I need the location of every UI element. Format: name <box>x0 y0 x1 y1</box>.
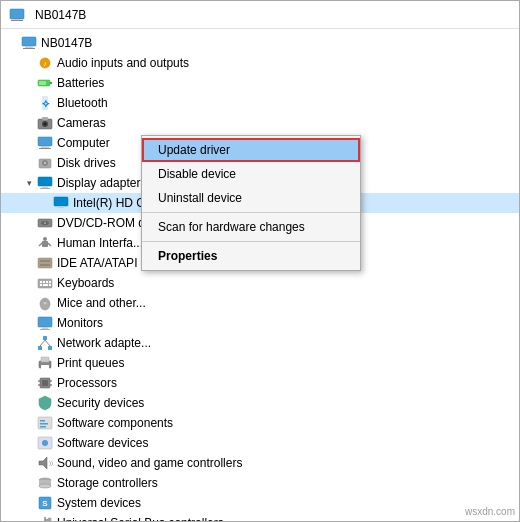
ide-icon <box>37 255 53 271</box>
svg-text:)): )) <box>49 460 53 466</box>
svg-rect-53 <box>38 346 42 350</box>
monitor-icon <box>37 315 53 331</box>
expand-icon-bluetooth <box>21 95 37 111</box>
expand-icon-disk <box>21 155 37 171</box>
usb-icon <box>37 515 53 521</box>
context-menu-item-update[interactable]: Update driver <box>142 138 360 162</box>
expand-icon-dvd <box>21 215 37 231</box>
expand-icon-network <box>21 335 37 351</box>
svg-rect-37 <box>40 264 50 266</box>
svg-rect-3 <box>22 37 36 46</box>
window-title: NB0147B <box>35 8 86 22</box>
context-menu: Update driverDisable deviceUninstall dev… <box>141 135 361 271</box>
computer2-icon <box>37 135 53 151</box>
tree-item-label-processors: Processors <box>57 376 117 390</box>
network-icon <box>37 335 53 351</box>
svg-rect-61 <box>42 380 48 386</box>
svg-rect-32 <box>42 241 48 247</box>
keyboard-icon <box>37 275 53 291</box>
svg-rect-44 <box>43 284 48 286</box>
context-menu-item-scan[interactable]: Scan for hardware changes <box>142 215 360 239</box>
svg-rect-2 <box>11 20 23 21</box>
context-menu-item-disable[interactable]: Disable device <box>142 162 360 186</box>
svg-rect-51 <box>40 329 50 330</box>
expand-icon-ide <box>21 255 37 271</box>
tree-item-system[interactable]: SSystem devices <box>1 493 519 513</box>
svg-rect-26 <box>54 197 68 206</box>
tree-item-storage[interactable]: Storage controllers <box>1 473 519 493</box>
context-menu-separator <box>142 212 360 213</box>
storage-icon <box>37 475 53 491</box>
tree-item-label-display: Display adapters <box>57 176 146 190</box>
tree-item-label-nb0147b: NB0147B <box>41 36 92 50</box>
tree-item-batteries[interactable]: Batteries <box>1 73 519 93</box>
print-icon <box>37 355 53 371</box>
tree-item-print[interactable]: Print queues <box>1 353 519 373</box>
tree-item-audio[interactable]: ♪Audio inputs and outputs <box>1 53 519 73</box>
tree-item-label-cameras: Cameras <box>57 116 106 130</box>
svg-rect-52 <box>43 336 47 340</box>
svg-rect-50 <box>42 327 48 329</box>
software-icon <box>37 415 53 431</box>
expand-icon-display[interactable]: ▾ <box>21 175 37 191</box>
tree-item-monitors[interactable]: Monitors <box>1 313 519 333</box>
cpu-icon <box>37 375 53 391</box>
expand-icon-monitors <box>21 315 37 331</box>
expand-icon-audio <box>21 55 37 71</box>
svg-rect-59 <box>41 365 49 370</box>
tree-item-label-sound: Sound, video and game controllers <box>57 456 242 470</box>
tree-item-network[interactable]: Network adapte... <box>1 333 519 353</box>
svg-rect-49 <box>38 317 52 327</box>
tree-item-label-batteries: Batteries <box>57 76 104 90</box>
expand-icon-cameras <box>21 115 37 131</box>
context-menu-item-properties[interactable]: Properties <box>142 244 360 268</box>
camera-icon <box>37 115 53 131</box>
tree-item-label-audio: Audio inputs and outputs <box>57 56 189 70</box>
tree-item-label-computer: Computer <box>57 136 110 150</box>
tree-item-label-mice: Mice and other... <box>57 296 146 310</box>
tree-item-keyboards[interactable]: Keyboards <box>1 273 519 293</box>
svg-line-56 <box>45 340 50 346</box>
tree-item-software-dev[interactable]: Software devices <box>1 433 519 453</box>
svg-rect-82 <box>48 518 51 521</box>
tree-item-label-keyboards: Keyboards <box>57 276 114 290</box>
expand-icon-batteries <box>21 75 37 91</box>
tree-item-software-comp[interactable]: Software components <box>1 413 519 433</box>
tree-item-bluetooth[interactable]: ⟡Bluetooth <box>1 93 519 113</box>
svg-point-22 <box>44 162 46 164</box>
expand-icon-keyboards <box>21 275 37 291</box>
tree-item-sound[interactable]: ))Sound, video and game controllers <box>1 453 519 473</box>
context-menu-item-uninstall[interactable]: Uninstall device <box>142 186 360 210</box>
tree-item-mice[interactable]: Mice and other... <box>1 293 519 313</box>
svg-rect-24 <box>42 186 48 188</box>
tree-item-cameras[interactable]: Cameras <box>1 113 519 133</box>
svg-line-33 <box>39 243 42 246</box>
svg-rect-35 <box>38 258 52 268</box>
tree-item-label-human: Human Interfa... <box>57 236 143 250</box>
svg-point-30 <box>44 222 46 224</box>
context-menu-separator <box>142 241 360 242</box>
tree-item-label-storage: Storage controllers <box>57 476 158 490</box>
svg-rect-42 <box>49 281 51 283</box>
svg-point-48 <box>44 302 47 305</box>
svg-point-15 <box>44 123 47 126</box>
tree-item-usb[interactable]: Universal Serial Bus controllers <box>1 513 519 521</box>
tree-item-processors[interactable]: Processors <box>1 373 519 393</box>
expand-icon-processors <box>21 375 37 391</box>
expand-icon-software-dev <box>21 435 37 451</box>
svg-rect-27 <box>58 206 64 208</box>
svg-rect-18 <box>41 146 49 148</box>
device-tree: NB0147B♪Audio inputs and outputsBatterie… <box>1 29 519 521</box>
human-icon <box>37 235 53 251</box>
dvd-icon <box>37 215 53 231</box>
expand-icon-sound <box>21 455 37 471</box>
sound-icon: )) <box>37 455 53 471</box>
svg-rect-41 <box>46 281 48 283</box>
security-icon <box>37 395 53 411</box>
svg-rect-10 <box>39 81 46 85</box>
svg-rect-43 <box>40 284 42 286</box>
tree-item-label-disk: Disk drives <box>57 156 116 170</box>
svg-line-34 <box>48 243 51 246</box>
tree-item-security[interactable]: Security devices <box>1 393 519 413</box>
tree-item-nb0147b[interactable]: NB0147B <box>1 33 519 53</box>
